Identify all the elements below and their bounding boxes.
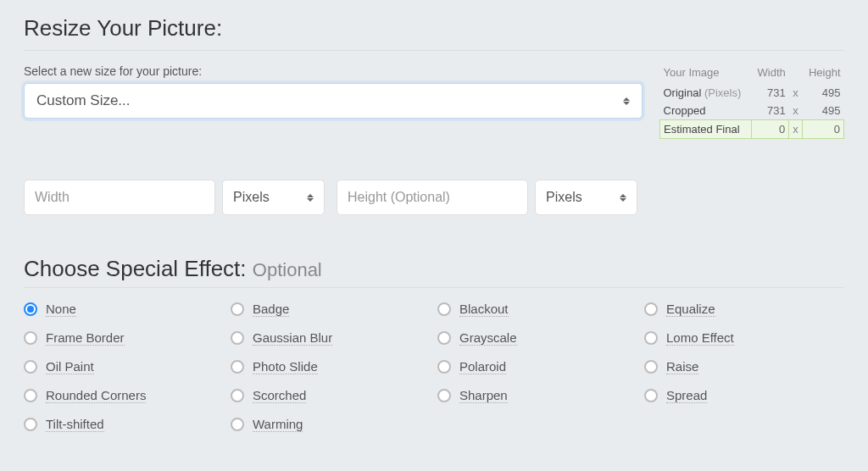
- effect-radio[interactable]: [437, 389, 451, 402]
- effect-radio[interactable]: [231, 418, 244, 431]
- effect-option: Scorched: [231, 388, 431, 403]
- size-selector-column: Select a new size for your picture: Cust…: [24, 64, 643, 119]
- effect-label[interactable]: Tilt-shifted: [46, 417, 104, 432]
- effect-radio[interactable]: [644, 302, 658, 316]
- effect-label[interactable]: Warming: [253, 417, 303, 432]
- effect-label[interactable]: Equalize: [666, 302, 715, 317]
- divider: [24, 50, 844, 51]
- effects-title: Choose Special Effect: Optional: [24, 256, 844, 282]
- dimensions-header-height: Height: [802, 64, 843, 84]
- width-input-group: Pixels: [24, 180, 325, 215]
- size-select-value: Custom Size...: [36, 92, 131, 109]
- resize-title: Resize Your Picture:: [24, 15, 844, 42]
- effect-label[interactable]: Badge: [253, 302, 289, 317]
- effect-label[interactable]: Blackout: [459, 302, 509, 317]
- effect-radio[interactable]: [231, 331, 244, 345]
- updown-icon: [620, 194, 626, 202]
- effect-label[interactable]: Grayscale: [459, 330, 517, 346]
- effect-option: Rounded Corners: [24, 388, 224, 403]
- effect-label[interactable]: Sharpen: [459, 388, 508, 403]
- effect-label[interactable]: Frame Border: [46, 330, 125, 346]
- effect-radio[interactable]: [24, 389, 37, 402]
- effect-label[interactable]: Polaroid: [459, 359, 506, 374]
- effect-option: Lomo Effect: [644, 330, 844, 346]
- effect-option: Blackout: [437, 302, 637, 317]
- effect-label[interactable]: Oil Paint: [46, 359, 94, 374]
- optional-label: Optional: [253, 259, 322, 280]
- table-row-estimated: Estimated Final 0 x 0: [660, 120, 844, 139]
- effect-label[interactable]: Raise: [666, 359, 698, 374]
- effect-label[interactable]: Photo Slide: [253, 359, 318, 374]
- effect-option: Sharpen: [437, 388, 637, 403]
- effect-option: None: [24, 302, 224, 317]
- effect-label[interactable]: Gaussian Blur: [253, 330, 332, 346]
- effect-option: Photo Slide: [231, 359, 431, 374]
- effect-option: Polaroid: [437, 359, 637, 374]
- effects-grid: NoneBadgeBlackoutEqualizeFrame BorderGau…: [24, 302, 844, 432]
- height-input[interactable]: [337, 180, 528, 215]
- dimension-inputs-row: Pixels Pixels: [24, 180, 844, 215]
- effect-option: Raise: [644, 359, 844, 374]
- dimensions-header-width: Width: [751, 64, 789, 84]
- effect-radio[interactable]: [231, 389, 244, 402]
- effect-label[interactable]: None: [46, 302, 76, 317]
- effect-radio[interactable]: [24, 418, 37, 431]
- effect-radio[interactable]: [644, 331, 658, 345]
- effect-option: Badge: [231, 302, 431, 317]
- effect-label[interactable]: Scorched: [253, 388, 306, 403]
- updown-icon: [623, 97, 630, 105]
- effect-radio[interactable]: [231, 302, 244, 316]
- width-unit-select[interactable]: Pixels: [222, 180, 325, 215]
- table-row: Original (Pixels) 731 x 495: [660, 84, 844, 102]
- height-input-group: Pixels: [337, 180, 637, 215]
- height-unit-select[interactable]: Pixels: [535, 180, 637, 215]
- effect-label[interactable]: Spread: [666, 388, 707, 403]
- dimensions-table: Your Image Width Height Original (Pixels…: [659, 64, 844, 139]
- effect-radio[interactable]: [231, 360, 244, 374]
- size-select[interactable]: Custom Size...: [24, 83, 643, 119]
- effect-option: Tilt-shifted: [24, 417, 224, 432]
- effect-radio[interactable]: [437, 360, 451, 374]
- effect-option: Spread: [644, 388, 844, 403]
- divider: [24, 287, 844, 288]
- effect-label[interactable]: Rounded Corners: [46, 388, 146, 403]
- effect-label[interactable]: Lomo Effect: [666, 330, 734, 346]
- effect-radio[interactable]: [644, 360, 658, 374]
- effect-radio[interactable]: [24, 331, 37, 345]
- effect-radio[interactable]: [644, 389, 658, 402]
- effect-option: Equalize: [644, 302, 844, 317]
- effect-option: Gaussian Blur: [231, 330, 431, 346]
- effect-radio[interactable]: [24, 360, 37, 374]
- effect-option: Oil Paint: [24, 359, 224, 374]
- size-select-label: Select a new size for your picture:: [24, 64, 643, 78]
- effect-option: Grayscale: [437, 330, 637, 346]
- dimensions-header-image: Your Image: [660, 64, 752, 84]
- width-input[interactable]: [24, 180, 215, 215]
- effect-radio[interactable]: [24, 302, 37, 316]
- effect-option: Frame Border: [24, 330, 224, 346]
- updown-icon: [307, 194, 314, 202]
- effect-radio[interactable]: [437, 302, 451, 316]
- resize-top-row: Select a new size for your picture: Cust…: [24, 64, 844, 139]
- table-row: Cropped 731 x 495: [660, 102, 844, 120]
- effect-option: Warming: [231, 417, 431, 432]
- effect-radio[interactable]: [437, 331, 451, 345]
